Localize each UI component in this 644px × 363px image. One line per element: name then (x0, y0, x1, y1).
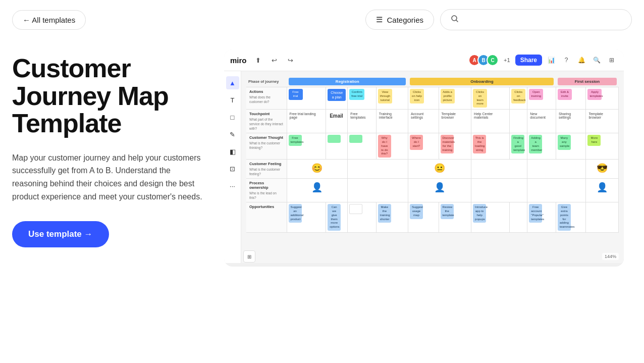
touchpoint-cell-5: Account settings (408, 110, 439, 133)
phase-registration: Registration (289, 78, 406, 85)
text-tool[interactable]: T (226, 93, 239, 107)
upload-icon[interactable]: ⬆ (252, 54, 265, 67)
actions-cell-4: View through tutorial (376, 87, 408, 110)
journey-map: Phase of journey Registration Onboarding… (241, 71, 624, 263)
bell-icon[interactable]: 🔔 (575, 54, 587, 66)
minimap-button[interactable]: ⊞ (243, 250, 255, 263)
opportunities-row: Opportunities Suggest an additional prod… (246, 202, 619, 233)
thought-row: Customer Thought What is the customer th… (246, 133, 619, 160)
share-button[interactable]: Share (515, 55, 542, 66)
thought-cell-10: Many any sample (556, 133, 586, 160)
actions-cell-9: Open training (527, 87, 556, 110)
collaborator-count: +1 (502, 57, 512, 63)
main-content: Customer Journey Map Template Map your c… (0, 39, 644, 267)
miro-header: miro ⬆ ↩ ↪ A B C +1 Share 📊 ? 🔔 🔍 (224, 49, 624, 71)
phase-first-session: First session (558, 78, 616, 85)
miro-right-toolbar: A B C +1 Share 📊 ? 🔔 🔍 ⊞ (471, 54, 618, 66)
pen-tool[interactable]: ✎ (226, 128, 239, 141)
opp-cell-10: Give extra points for adding teammates (556, 202, 586, 233)
actions-label: Actions What does the customer do? (246, 87, 287, 110)
opp-cell-11 (586, 202, 619, 233)
phase-header-row: Phase of journey Registration Onboarding… (246, 76, 619, 87)
opportunities-label: Opportunities (246, 202, 287, 233)
feeling-cell-2 (348, 160, 408, 179)
opp-cell-2: Can we give them more options (326, 202, 348, 233)
template-preview: miro ⬆ ↩ ↪ A B C +1 Share 📊 ? 🔔 🔍 (224, 49, 624, 267)
use-template-button[interactable]: Use template → (12, 221, 109, 247)
actions-cell-7: Clicks on learn more (471, 87, 510, 110)
search-input[interactable] (464, 16, 621, 24)
more-tool[interactable]: ··· (226, 179, 239, 192)
categories-button[interactable]: ☰ Categories (365, 10, 434, 30)
touchpoint-label: Touchpoint What part of the service do t… (246, 110, 287, 133)
miro-tools: ⬆ ↩ ↪ (252, 54, 297, 67)
canvas-toolbar: ▲ T □ ✎ ◧ ⊡ ··· (224, 71, 241, 263)
person-avatar-1: 👤 (287, 179, 348, 196)
redo-icon[interactable]: ↪ (284, 54, 297, 67)
help-icon[interactable]: ? (560, 54, 572, 66)
journey-table: Phase of journey Registration Onboarding… (246, 76, 619, 233)
hamburger-icon: ☰ (376, 15, 383, 24)
thought-cell-2 (326, 133, 348, 160)
miro-logo: miro ⬆ ↩ ↪ (230, 54, 297, 67)
feeling-cell-6: 😎 (586, 160, 619, 179)
svg-line-1 (456, 20, 458, 22)
thought-label: Customer Thought What is the customer th… (246, 133, 287, 160)
opp-cell-5: Suggest usage map (408, 202, 439, 233)
actions-cell-3: Confirm free trial (348, 87, 377, 110)
miro-logo-text: miro (230, 56, 247, 65)
feeling-cell-1: 😊 (287, 160, 348, 179)
touchpoint-cell-7: Help Center materials (471, 110, 510, 133)
actions-cell-11: Apply templates (586, 87, 619, 110)
ownership-cell-5 (527, 179, 586, 202)
emoji-happy: 😊 (287, 160, 348, 177)
thought-cell-8: Finding a good template (510, 133, 527, 160)
header-right: ☰ Categories (86, 9, 632, 30)
thought-cell-1: Free templates (287, 133, 326, 160)
undo-icon[interactable]: ↩ (268, 54, 281, 67)
frame-tool[interactable]: ⊡ (226, 162, 239, 175)
actions-cell-6: Adds a profile picture (439, 87, 471, 110)
ownership-label: Process ownership Who is the lead on thi… (246, 179, 287, 202)
avatar: C (487, 54, 499, 66)
description: Map your customer journey and help your … (12, 151, 204, 203)
thought-cell-3 (348, 133, 377, 160)
opp-cell-9: Free account "Popular" templates (527, 202, 556, 233)
opp-cell-7: Introduce app to help popups (471, 202, 510, 233)
actions-cell-5: Clicks on help icon (408, 87, 439, 110)
thought-cell-4: Why do I have to do this? (376, 133, 408, 160)
search-icon (451, 15, 459, 25)
thought-cell-9: Adding a team member (527, 133, 556, 160)
feeling-row: Customer Feeling What is the customer fe… (246, 160, 619, 179)
emoji-neutral: 😐 (408, 160, 471, 177)
left-panel: Customer Journey Map Template Map your c… (12, 49, 204, 247)
emoji-excited: 😎 (586, 160, 618, 177)
select-tool[interactable]: ▲ (226, 76, 239, 89)
zoom-indicator: 144% (602, 253, 619, 260)
ownership-cell-6: 👤 (586, 179, 619, 202)
back-button[interactable]: ← All templates (12, 10, 86, 30)
search-board-icon[interactable]: 🔍 (591, 54, 603, 66)
grid-icon[interactable]: ⊞ (606, 54, 618, 66)
feeling-cell-4 (471, 160, 527, 179)
thought-cell-11: More here (586, 133, 619, 160)
thought-cell-5: Where do I start? (408, 133, 439, 160)
page-title: Customer Journey Map Template (12, 55, 204, 137)
opp-cell-3 (348, 202, 377, 233)
touchpoint-cell-1: Free trial landing page (287, 110, 326, 133)
touchpoint-cell-3: Free templates (348, 110, 377, 133)
feeling-label: Customer Feeling What is the customer fe… (246, 160, 287, 179)
sticky-tool[interactable]: ◧ (226, 145, 239, 158)
phase-onboarding: Onboarding (410, 78, 554, 85)
touchpoint-cell-6: Template browser (439, 110, 471, 133)
shape-tool[interactable]: □ (226, 111, 239, 124)
ownership-cell-2 (348, 179, 408, 202)
ownership-cell-4 (471, 179, 527, 202)
chart-icon[interactable]: 📊 (545, 54, 557, 66)
search-bar[interactable] (440, 9, 632, 30)
person-avatar-2: 👤 (408, 179, 471, 196)
touchpoint-cell-9: New document (527, 110, 556, 133)
touchpoint-cell-2: Email (326, 110, 348, 133)
actions-cell-10: Edit & invite (556, 87, 586, 110)
avatar-group: A B C (471, 54, 499, 66)
